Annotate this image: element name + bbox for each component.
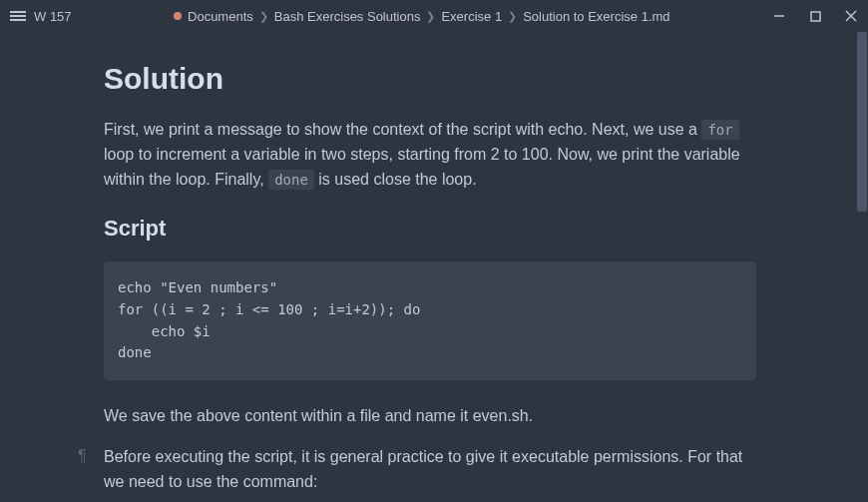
scrollbar-thumb[interactable]	[857, 32, 867, 212]
breadcrumb: Documents ❯ Bash Exercises Solutions ❯ E…	[92, 9, 752, 24]
window-controls	[772, 9, 858, 23]
paragraph-save: We save the above content within a file …	[104, 404, 756, 429]
crumb-documents[interactable]: Documents	[188, 9, 253, 24]
text: is used close the loop.	[314, 171, 477, 188]
paragraph-permissions: Before executing the script, it is gener…	[104, 445, 756, 495]
heading-script: Script	[104, 216, 756, 242]
crumb-folder[interactable]: Bash Exercises Solutions	[274, 9, 421, 24]
document-content: Solution First, we print a message to sh…	[0, 32, 856, 495]
editor-viewport[interactable]: Solution First, we print a message to sh…	[0, 32, 856, 502]
minimize-button[interactable]	[772, 9, 786, 23]
inline-code-done: done	[268, 170, 314, 190]
crumb-subfolder[interactable]: Exercise 1	[441, 9, 502, 24]
chevron-right-icon: ❯	[426, 10, 435, 23]
close-button[interactable]	[844, 9, 858, 23]
window-title: W 157	[34, 9, 72, 24]
scrollbar-track[interactable]	[856, 32, 868, 502]
menu-icon[interactable]	[10, 8, 26, 24]
inline-code-for: for	[701, 120, 738, 140]
code-block: echo "Even numbers" for ((i = 2 ; i <= 1…	[104, 261, 756, 380]
paragraph-intro: First, we print a message to show the co…	[104, 118, 756, 192]
text: First, we print a message to show the co…	[104, 121, 701, 138]
maximize-button[interactable]	[808, 9, 822, 23]
svg-rect-1	[811, 12, 820, 21]
titlebar: W 157 Documents ❯ Bash Exercises Solutio…	[0, 0, 868, 32]
modified-dot-icon	[174, 12, 182, 20]
pilcrow-icon: ¶	[78, 447, 87, 465]
heading-solution: Solution	[104, 62, 756, 96]
chevron-right-icon: ❯	[508, 10, 517, 23]
chevron-right-icon: ❯	[259, 10, 268, 23]
crumb-file[interactable]: Solution to Exercise 1.md	[523, 9, 669, 24]
